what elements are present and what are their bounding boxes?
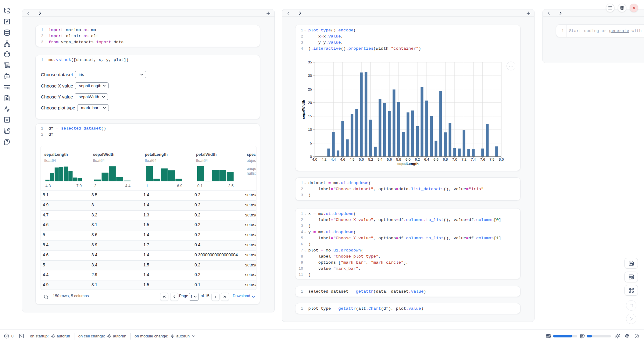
svg-text:7.8: 7.8 — [489, 157, 495, 162]
svg-text:5.2: 5.2 — [368, 157, 373, 162]
svg-text:6.8: 6.8 — [443, 157, 448, 162]
svg-text:6.4: 6.4 — [424, 157, 429, 162]
svg-text:5.8: 5.8 — [396, 157, 401, 162]
svg-text:20: 20 — [308, 101, 312, 105]
svg-text:30: 30 — [308, 73, 312, 78]
svg-text:0: 0 — [310, 155, 312, 159]
svg-text:8.0: 8.0 — [499, 157, 504, 162]
svg-text:10: 10 — [308, 127, 312, 132]
svg-text:6.0: 6.0 — [406, 157, 411, 162]
svg-text:15: 15 — [308, 114, 312, 118]
svg-text:35: 35 — [308, 60, 312, 64]
svg-text:7.4: 7.4 — [471, 157, 476, 162]
svg-text:4.4: 4.4 — [331, 157, 336, 162]
svg-text:25: 25 — [308, 87, 312, 91]
svg-text:4.6: 4.6 — [340, 157, 345, 162]
svg-text:sepalLength: sepalLength — [397, 162, 418, 166]
svg-text:5.0: 5.0 — [359, 157, 364, 162]
svg-text:5.6: 5.6 — [387, 157, 392, 162]
svg-text:4.2: 4.2 — [321, 157, 326, 162]
svg-text:7.0: 7.0 — [452, 157, 457, 162]
svg-text:7.6: 7.6 — [480, 157, 485, 162]
svg-text:7.2: 7.2 — [461, 157, 466, 162]
svg-text:6.6: 6.6 — [434, 157, 439, 162]
svg-text:6.2: 6.2 — [415, 157, 420, 162]
svg-text:5.4: 5.4 — [377, 157, 383, 162]
svg-text:4.8: 4.8 — [349, 157, 355, 162]
svg-text:4.0: 4.0 — [312, 157, 317, 162]
svg-text:sepalWidth: sepalWidth — [301, 100, 306, 119]
svg-text:5: 5 — [310, 141, 312, 145]
